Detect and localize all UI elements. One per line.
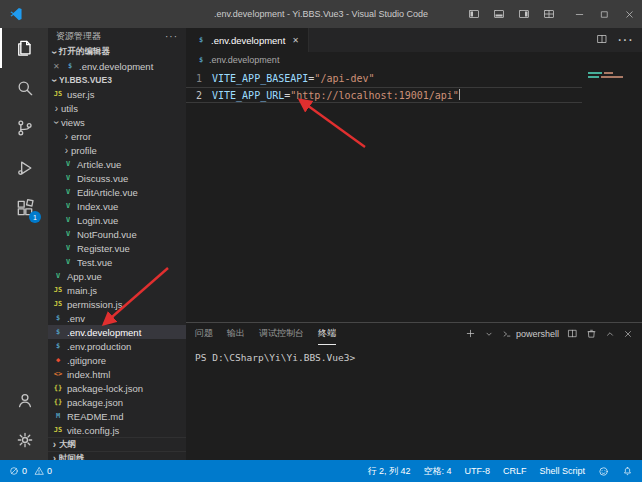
- bottom-panel: 问题输出调试控制台终端 powershell: [186, 322, 642, 460]
- tree-item-README.md[interactable]: MREADME.md: [48, 409, 186, 423]
- open-editors-header[interactable]: › 打开的编辑器: [48, 45, 186, 59]
- new-terminal-icon[interactable]: [465, 325, 476, 343]
- run-debug-activity-button[interactable]: [0, 148, 48, 188]
- tab-env-development[interactable]: $ .env.development ✕: [186, 28, 309, 52]
- vue-file-icon: V: [62, 230, 74, 238]
- accounts-activity-button[interactable]: [0, 380, 48, 420]
- panel-tab-output[interactable]: 输出: [227, 323, 245, 345]
- tree-item-App.vue[interactable]: VApp.vue: [48, 269, 186, 283]
- title-bar: .env.development - Yi.BBS.Vue3 - Visual …: [0, 0, 642, 28]
- settings-gear-icon[interactable]: [0, 420, 48, 460]
- project-root-header[interactable]: › YI.BBS.VUE3: [48, 73, 186, 87]
- language-mode[interactable]: Shell Script: [539, 466, 585, 476]
- tree-item-permission.js[interactable]: JSpermission.js: [48, 297, 186, 311]
- file-label: package-lock.json: [67, 383, 143, 394]
- close-panel-icon[interactable]: [623, 325, 633, 343]
- source-control-activity-button[interactable]: [0, 108, 48, 148]
- extensions-badge: 1: [29, 211, 41, 223]
- js-file-icon: JS: [52, 90, 64, 98]
- encoding-status[interactable]: UTF-8: [464, 466, 490, 476]
- file-label: profile: [71, 145, 97, 156]
- json-file-icon: {}: [52, 384, 64, 392]
- tree-item-main.js[interactable]: JSmain.js: [48, 283, 186, 297]
- tree-item-user.js[interactable]: JSuser.js: [48, 87, 186, 101]
- split-editor-icon[interactable]: [596, 31, 608, 49]
- extensions-activity-button[interactable]: 1: [0, 188, 48, 228]
- open-editor-item[interactable]: ✕ $ .env.development: [48, 59, 186, 73]
- tree-item-.env[interactable]: $.env: [48, 311, 186, 325]
- code-lines: 1VITE_APP_BASEAPI="/api-dev"2VITE_APP_UR…: [186, 71, 642, 103]
- tree-item-.gitignore[interactable]: ◆.gitignore: [48, 353, 186, 367]
- file-label: Login.vue: [77, 215, 118, 226]
- sidebar-more-actions-icon[interactable]: ···: [165, 31, 178, 42]
- terminal-prompt: PS D:\CSharp\Yi\Yi.BBS.Vue3>: [195, 352, 355, 363]
- kill-terminal-icon[interactable]: [586, 325, 597, 343]
- maximize-panel-icon[interactable]: [605, 325, 615, 343]
- search-activity-button[interactable]: [0, 68, 48, 108]
- breadcrumb-file: .env.development: [209, 55, 279, 65]
- vue-file-icon: V: [62, 174, 74, 182]
- timeline-section-header[interactable]: › 时间线: [48, 451, 186, 460]
- activity-bar: 1: [0, 28, 48, 460]
- tree-item-NotFound.vue[interactable]: VNotFound.vue: [48, 227, 186, 241]
- close-editor-icon[interactable]: ✕: [53, 62, 64, 71]
- launch-profile-chevron-icon[interactable]: [484, 325, 494, 343]
- tree-item-index.html[interactable]: <>index.html: [48, 367, 186, 381]
- panel-tab-debug-console[interactable]: 调试控制台: [259, 323, 304, 345]
- feedback-smiley-icon[interactable]: [598, 466, 609, 477]
- code-line-1[interactable]: 1VITE_APP_BASEAPI="/api-dev": [186, 71, 582, 87]
- tree-item-Login.vue[interactable]: VLogin.vue: [48, 213, 186, 227]
- vue-file-icon: V: [62, 160, 74, 168]
- code-editor[interactable]: 1VITE_APP_BASEAPI="/api-dev"2VITE_APP_UR…: [186, 68, 642, 322]
- file-label: Register.vue: [77, 243, 130, 254]
- tree-item-Article.vue[interactable]: VArticle.vue: [48, 157, 186, 171]
- outline-section-header[interactable]: › 大纲: [48, 437, 186, 451]
- vue-file-icon: V: [62, 188, 74, 196]
- file-label: NotFound.vue: [77, 229, 137, 240]
- tree-item-Register.vue[interactable]: VRegister.vue: [48, 241, 186, 255]
- toggle-sidebar-icon[interactable]: [461, 8, 486, 20]
- customize-layout-icon[interactable]: [536, 8, 561, 20]
- editor-more-actions-icon[interactable]: ···: [617, 31, 633, 49]
- toggle-secondary-sidebar-icon[interactable]: [511, 8, 536, 20]
- tree-item-package-lock.json[interactable]: {}package-lock.json: [48, 381, 186, 395]
- file-label: user.js: [67, 89, 94, 100]
- tree-item-.env.development[interactable]: $.env.development: [48, 325, 186, 339]
- minimap[interactable]: [588, 72, 630, 80]
- tree-item-.env.production[interactable]: $.env.production: [48, 339, 186, 353]
- terminal-shell-select[interactable]: powershell: [502, 329, 559, 339]
- explorer-activity-button[interactable]: [0, 28, 48, 68]
- terminal-output[interactable]: PS D:\CSharp\Yi\Yi.BBS.Vue3>: [186, 345, 642, 460]
- eol-status[interactable]: CRLF: [503, 466, 527, 476]
- tree-item-views[interactable]: ›views: [48, 115, 186, 129]
- tree-item-Discuss.vue[interactable]: VDiscuss.vue: [48, 171, 186, 185]
- breadcrumb[interactable]: $ .env.development: [186, 52, 642, 68]
- tree-item-error[interactable]: ›error: [48, 129, 186, 143]
- outline-label: 大纲: [59, 439, 76, 451]
- problems-status[interactable]: 0 0: [9, 466, 52, 476]
- close-tab-icon[interactable]: ✕: [292, 36, 299, 45]
- toggle-panel-icon[interactable]: [486, 8, 511, 20]
- indentation-status[interactable]: 空格: 4: [423, 465, 451, 478]
- explorer-sidebar: 资源管理器 ··· › 打开的编辑器 ✕ $ .env.development …: [48, 28, 186, 460]
- chevron-down-icon: ›: [48, 76, 61, 85]
- vue-file-icon: V: [62, 216, 74, 224]
- tree-item-utils[interactable]: ›utils: [48, 101, 186, 115]
- file-label: error: [71, 131, 91, 142]
- tree-item-package.json[interactable]: {}package.json: [48, 395, 186, 409]
- tree-item-Test.vue[interactable]: VTest.vue: [48, 255, 186, 269]
- tree-item-vite.config.js[interactable]: JSvite.config.js: [48, 423, 186, 437]
- notifications-bell-icon[interactable]: [622, 466, 633, 477]
- split-terminal-icon[interactable]: [567, 325, 578, 343]
- code-line-2[interactable]: 2VITE_APP_URL="http://localhost:19001/ap…: [186, 87, 582, 103]
- cursor-position[interactable]: 行 2, 列 42: [367, 465, 410, 478]
- tree-item-Index.vue[interactable]: VIndex.vue: [48, 199, 186, 213]
- open-editor-label: .env.development: [79, 61, 153, 72]
- maximize-icon[interactable]: [592, 0, 617, 28]
- tree-item-EditArticle.vue[interactable]: VEditArticle.vue: [48, 185, 186, 199]
- tree-item-profile[interactable]: ›profile: [48, 143, 186, 157]
- panel-tab-terminal[interactable]: 终端: [318, 323, 336, 345]
- close-window-icon[interactable]: [617, 0, 642, 28]
- panel-tab-problems[interactable]: 问题: [195, 323, 213, 345]
- minimize-icon[interactable]: [567, 0, 592, 28]
